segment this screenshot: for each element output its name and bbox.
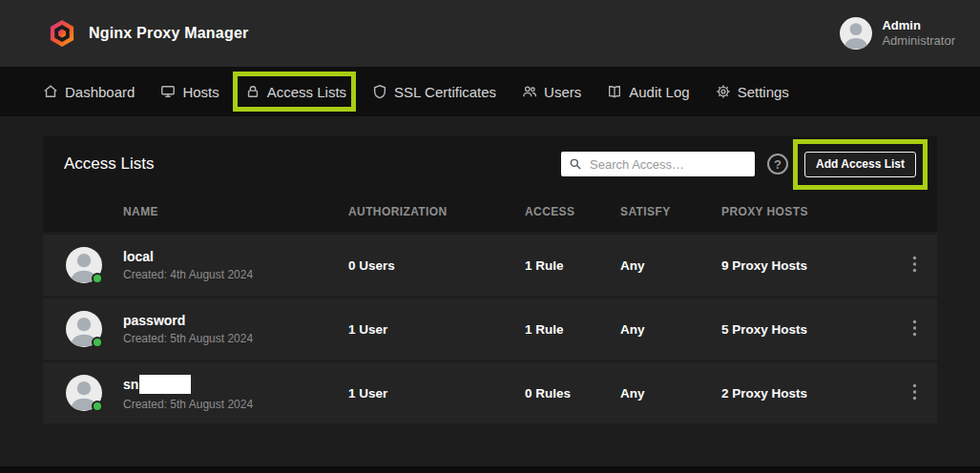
app-logo-icon (48, 18, 76, 49)
row-avatar (66, 375, 102, 411)
online-status-dot (92, 401, 103, 412)
authorization-cell: 1 User (348, 386, 525, 401)
search-box (561, 152, 755, 176)
nav-item-settings[interactable]: Settings (716, 84, 789, 100)
nav-item-audit-log[interactable]: Audit Log (607, 84, 689, 100)
user-role: Administrator (882, 33, 955, 49)
home-icon (43, 84, 58, 99)
created-date: Created: 5th August 2024 (123, 332, 348, 345)
column-header-access: ACCESS (525, 205, 620, 218)
table-header: NAME AUTHORIZATION ACCESS SATISFY PROXY … (43, 192, 937, 232)
nav-item-hosts[interactable]: Hosts (160, 84, 219, 100)
created-date: Created: 5th August 2024 (123, 398, 348, 411)
monitor-icon (160, 84, 176, 99)
nav-label: Settings (738, 84, 789, 100)
row-actions-menu-icon[interactable] (908, 316, 921, 343)
access-cell: 0 Rules (525, 386, 620, 401)
row-avatar (66, 247, 102, 283)
main-nav: Dashboard Hosts Access Lists SSL Certifi… (0, 67, 980, 116)
nav-label: Access Lists (267, 84, 346, 100)
nav-label: Users (544, 84, 581, 100)
row-avatar (66, 311, 102, 347)
created-date: Created: 4th August 2024 (123, 268, 348, 281)
redacted-text-overlay (139, 375, 191, 394)
table-row[interactable]: password Created: 5th August 2024 1 User… (43, 298, 937, 360)
online-status-dot (92, 273, 103, 284)
lock-icon (245, 84, 261, 99)
access-cell: 1 Rule (525, 258, 620, 273)
row-actions-menu-icon[interactable] (908, 252, 921, 279)
nav-label: SSL Certificates (394, 84, 496, 100)
column-header-proxy-hosts: PROXY HOSTS (721, 205, 891, 218)
access-cell: 1 Rule (525, 322, 620, 337)
column-header-name: NAME (123, 205, 348, 218)
satisfy-cell: Any (620, 322, 721, 337)
gear-icon (716, 84, 731, 99)
book-icon (607, 84, 622, 99)
search-input[interactable] (588, 156, 747, 173)
column-header-authorization: AUTHORIZATION (348, 205, 525, 218)
help-icon[interactable]: ? (767, 154, 788, 175)
search-icon (569, 157, 582, 171)
proxy-hosts-cell: 9 Proxy Hosts (721, 258, 891, 273)
access-list-name: local (123, 249, 348, 264)
proxy-hosts-cell: 5 Proxy Hosts (721, 322, 891, 337)
row-actions-menu-icon[interactable] (908, 380, 921, 407)
user-name: Admin (882, 18, 955, 33)
table-row[interactable]: sn Created: 5th August 2024 1 User 0 Rul… (43, 362, 937, 423)
access-lists-panel: Access Lists ? Add Access List NAME AUTH… (43, 136, 937, 423)
shield-icon (372, 84, 387, 99)
bottom-edge-bar (0, 466, 980, 473)
page-title: Access Lists (64, 154, 549, 174)
table-row[interactable]: local Created: 4th August 2024 0 Users 1… (43, 235, 937, 296)
online-status-dot (92, 337, 103, 348)
user-avatar (840, 17, 872, 50)
authorization-cell: 1 User (348, 322, 525, 337)
nav-item-access-lists[interactable]: Access Lists (245, 84, 346, 100)
user-menu[interactable]: Admin Administrator (840, 17, 955, 50)
top-bar: Nginx Proxy Manager Admin Administrator (0, 0, 980, 67)
add-access-list-button[interactable]: Add Access List (804, 152, 916, 177)
nav-label: Hosts (182, 84, 219, 100)
page: { "app": { "title": "Nginx Proxy Manager… (0, 0, 980, 473)
access-list-name: sn (123, 375, 348, 394)
access-list-name: password (123, 313, 348, 328)
column-header-satisfy: SATISFY (620, 205, 721, 218)
panel-header: Access Lists ? Add Access List (43, 136, 937, 192)
app-title: Nginx Proxy Manager (89, 25, 248, 42)
nav-item-ssl-certificates[interactable]: SSL Certificates (372, 84, 496, 100)
nav-label: Dashboard (65, 84, 135, 100)
satisfy-cell: Any (620, 386, 721, 401)
nav-item-dashboard[interactable]: Dashboard (43, 84, 135, 100)
proxy-hosts-cell: 2 Proxy Hosts (721, 386, 891, 401)
satisfy-cell: Any (620, 258, 721, 273)
nav-label: Audit Log (629, 84, 689, 100)
person-icon (840, 17, 872, 50)
authorization-cell: 0 Users (348, 258, 525, 273)
nav-item-users[interactable]: Users (522, 84, 581, 100)
users-icon (522, 84, 537, 99)
